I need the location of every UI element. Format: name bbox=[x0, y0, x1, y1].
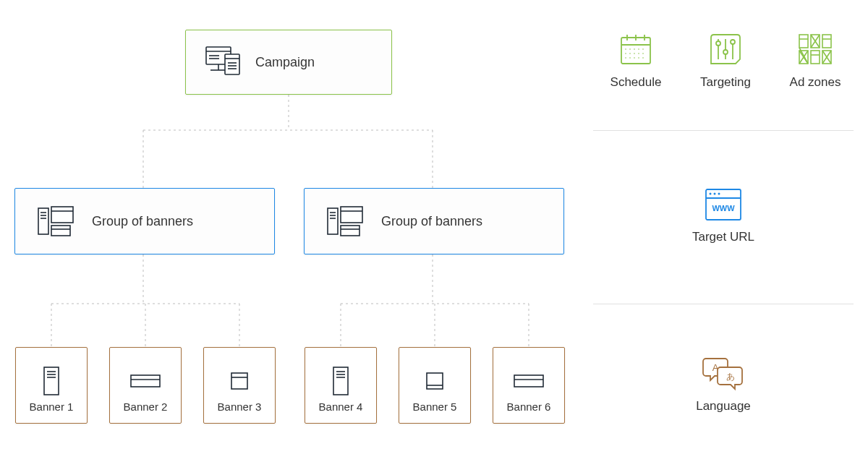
banner-horizontal-icon bbox=[513, 366, 545, 396]
svg-point-82 bbox=[731, 40, 735, 44]
group-node-2: Group of banners bbox=[304, 188, 564, 254]
sidebar-targeting: Targeting bbox=[686, 30, 765, 90]
sidebar-divider-1 bbox=[593, 130, 854, 131]
targeting-label: Targeting bbox=[686, 75, 765, 90]
banner-label-1: Banner 1 bbox=[16, 396, 87, 413]
sidebar-adzones: Ad zones bbox=[775, 30, 855, 90]
campaign-label: Campaign bbox=[255, 55, 315, 70]
sidebar-language: A あ Language bbox=[665, 354, 781, 414]
svg-rect-39 bbox=[341, 226, 359, 236]
target-url-label: Target URL bbox=[665, 230, 781, 244]
targeting-icon bbox=[686, 30, 765, 68]
svg-rect-47 bbox=[231, 373, 247, 389]
banner-horizontal-icon bbox=[129, 366, 161, 396]
schedule-label: Schedule bbox=[596, 75, 676, 90]
svg-rect-20 bbox=[225, 54, 239, 74]
campaign-icon bbox=[203, 46, 242, 79]
banner-square-icon bbox=[425, 366, 445, 396]
banners-group-icon bbox=[326, 205, 367, 237]
adzones-label: Ad zones bbox=[775, 75, 855, 90]
banner-node-2: Banner 2 bbox=[109, 347, 182, 424]
language-icon: A あ bbox=[665, 354, 781, 392]
sidebar-schedule: Schedule bbox=[596, 30, 676, 90]
svg-point-80 bbox=[723, 50, 728, 54]
svg-point-102 bbox=[710, 193, 712, 195]
group-node-1: Group of banners bbox=[14, 188, 275, 254]
banner-node-4: Banner 4 bbox=[305, 347, 377, 424]
banner-label-3: Banner 3 bbox=[204, 396, 275, 413]
svg-rect-53 bbox=[427, 373, 443, 389]
svg-rect-45 bbox=[131, 375, 160, 387]
svg-rect-57 bbox=[621, 38, 650, 64]
group-label-2: Group of banners bbox=[381, 214, 482, 229]
sidebar-target-url: WWW Target URL bbox=[665, 187, 781, 244]
svg-text:WWW: WWW bbox=[712, 204, 735, 213]
banner-label-6: Banner 6 bbox=[493, 396, 564, 413]
banner-vertical-icon bbox=[42, 366, 61, 396]
svg-rect-55 bbox=[514, 375, 543, 387]
svg-point-78 bbox=[716, 41, 720, 46]
banner-label-4: Banner 4 bbox=[305, 396, 376, 413]
svg-rect-37 bbox=[341, 207, 362, 223]
banner-square-icon bbox=[229, 366, 250, 396]
calendar-icon bbox=[596, 30, 676, 68]
banner-node-5: Banner 5 bbox=[399, 347, 471, 424]
svg-rect-93 bbox=[811, 51, 820, 64]
sidebar-divider-2 bbox=[593, 304, 854, 304]
banners-group-icon bbox=[37, 205, 77, 237]
banner-node-3: Banner 3 bbox=[203, 347, 276, 424]
svg-rect-83 bbox=[799, 35, 808, 48]
adzones-icon bbox=[775, 30, 855, 68]
svg-rect-31 bbox=[51, 226, 70, 236]
banner-node-1: Banner 1 bbox=[15, 347, 88, 424]
diagram-stage: Campaign Group of banners bbox=[0, 0, 868, 454]
svg-rect-95 bbox=[822, 35, 831, 48]
banner-label-2: Banner 2 bbox=[110, 396, 181, 413]
svg-text:あ: あ bbox=[726, 372, 735, 382]
banner-vertical-icon bbox=[331, 366, 350, 396]
svg-rect-29 bbox=[51, 207, 73, 223]
group-label-1: Group of banners bbox=[92, 214, 193, 229]
banner-node-6: Banner 6 bbox=[493, 347, 565, 424]
svg-point-104 bbox=[718, 193, 720, 195]
language-label: Language bbox=[665, 399, 781, 414]
browser-www-icon: WWW bbox=[665, 187, 781, 223]
banner-label-5: Banner 5 bbox=[399, 396, 470, 413]
svg-point-103 bbox=[714, 193, 716, 195]
campaign-node: Campaign bbox=[185, 30, 392, 95]
